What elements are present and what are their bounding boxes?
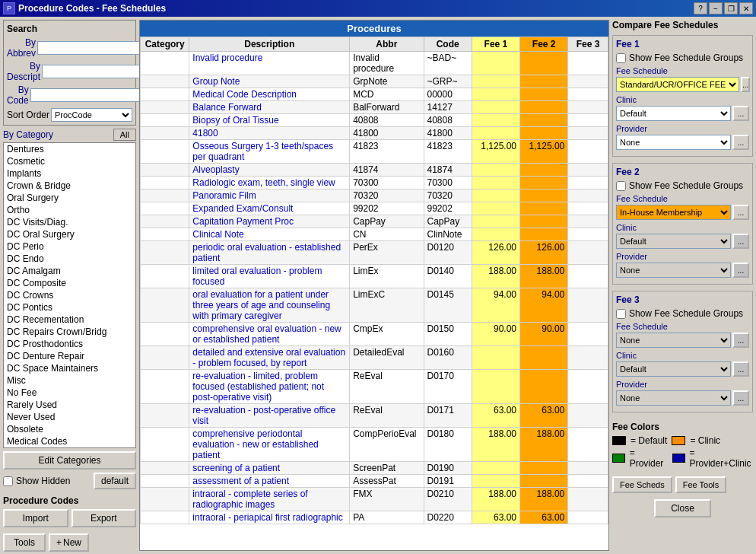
fee1-provider-browse[interactable]: ... — [732, 135, 749, 150]
category-item[interactable]: DC Pontics — [4, 301, 135, 314]
fee3-clinic-select[interactable]: Default — [616, 361, 731, 377]
tools-button[interactable]: Tools — [3, 533, 46, 552]
table-row[interactable]: intraoral - complete series of radiograp… — [141, 488, 608, 511]
code-input[interactable] — [30, 88, 149, 102]
category-item[interactable]: Obsolete — [4, 423, 135, 435]
category-item[interactable]: Misc — [4, 374, 135, 387]
fee2-show-groups-checkbox[interactable] — [616, 181, 626, 191]
category-item[interactable]: Dentures — [4, 143, 135, 155]
fee1-clinic-select[interactable]: Default — [616, 106, 731, 121]
table-row[interactable]: Alveoplasty4187441874 — [141, 164, 608, 177]
table-row[interactable]: Balance ForwardBalForward14127 — [141, 101, 608, 114]
abbrev-input[interactable] — [37, 41, 156, 55]
search-section: Search By Abbrev By Descript By Code Sor… — [3, 20, 136, 126]
category-item[interactable]: DC Recementation — [4, 314, 135, 326]
fee-tools-button[interactable]: Fee Tools — [675, 476, 727, 493]
fee3-show-groups-checkbox[interactable] — [616, 309, 626, 319]
fee1-schedule-browse[interactable]: ... — [741, 77, 750, 92]
default-button[interactable]: default — [94, 473, 136, 489]
code-row: By Code — [7, 84, 132, 106]
category-item[interactable]: Crown & Bridge — [4, 180, 135, 192]
import-button[interactable]: Import — [3, 509, 68, 527]
app-icon: P — [3, 2, 15, 14]
fee-colors-title: Fee Colors — [612, 422, 753, 432]
category-item[interactable]: DC Perio — [4, 240, 135, 253]
category-item[interactable]: DC Endo — [4, 253, 135, 265]
category-item[interactable]: DC Denture Repair — [4, 350, 135, 362]
fee3-clinic-browse[interactable]: ... — [732, 361, 749, 377]
minimize-button[interactable]: − — [709, 2, 723, 14]
tools-row: Tools + New — [3, 533, 136, 552]
category-item[interactable]: DC Repairs Crown/Bridg — [4, 326, 135, 338]
table-row[interactable]: Capitation Payment ProcCapPayCapPay — [141, 215, 608, 228]
table-row[interactable]: periodic oral evaluation - established p… — [141, 241, 608, 265]
fee-colors-section: Fee Colors = Default = Clinic = Provider… — [612, 422, 753, 470]
close-button[interactable]: Close — [654, 499, 711, 517]
table-row[interactable]: Medical Code DescriptionMCD00000 — [141, 88, 608, 101]
fee3-schedule-browse[interactable]: ... — [732, 333, 749, 348]
category-item[interactable]: DC Prosthodontics — [4, 338, 135, 350]
table-row[interactable]: re-evaluation - limited, problem focused… — [141, 370, 608, 404]
edit-categories-button[interactable]: Edit Categories — [3, 451, 136, 470]
main-container: Search By Abbrev By Descript By Code Sor… — [0, 17, 756, 554]
table-row[interactable]: comprehensive oral evaluation - new or e… — [141, 323, 608, 346]
table-row[interactable]: limited oral evaluation - problem focuse… — [141, 265, 608, 288]
table-row[interactable]: oral evaluation for a patient under thre… — [141, 288, 608, 323]
category-item[interactable]: DC Composite — [4, 277, 135, 289]
category-item[interactable]: Never Used — [4, 411, 135, 423]
fee2-clinic-select[interactable]: Default — [616, 234, 731, 249]
fee3-provider-browse[interactable]: ... — [732, 390, 749, 406]
fee2-provider-select[interactable]: None — [616, 263, 731, 278]
table-row[interactable]: Expanded Exam/Consult9920299202 — [141, 202, 608, 215]
category-item[interactable]: DC Space Maintainers — [4, 362, 135, 374]
fee2-schedule-select[interactable]: In-House Membership — [616, 205, 731, 220]
fee1-show-groups-checkbox[interactable] — [616, 53, 626, 63]
fee1-schedule-select[interactable]: Standard/UCR/OFFICE FEE — [616, 77, 739, 92]
sort-select[interactable]: ProcCode Abbrev Description — [51, 108, 132, 122]
category-item[interactable]: Cosmetic — [4, 155, 135, 167]
restore-button[interactable]: ❐ — [724, 2, 738, 14]
table-row[interactable]: re-evaluation - post-operative office vi… — [141, 404, 608, 428]
table-scroll[interactable]: Category Description Abbr Code Fee 1 Fee… — [140, 37, 608, 550]
help-button[interactable]: ? — [694, 2, 707, 14]
all-button[interactable]: All — [113, 129, 136, 141]
table-row[interactable]: Panoramic Film7032070320 — [141, 189, 608, 202]
show-hidden-row: Show Hidden default — [3, 473, 136, 489]
show-hidden-checkbox[interactable] — [3, 476, 13, 486]
category-item[interactable]: Implants — [4, 167, 135, 180]
table-row[interactable]: screening of a patientScreenPatD0190 — [141, 462, 608, 475]
new-button[interactable]: + New — [49, 533, 89, 552]
category-item[interactable]: DC Visits/Diag. — [4, 216, 135, 228]
table-row[interactable]: 418004180041800 — [141, 127, 608, 140]
category-item[interactable]: No Fee — [4, 387, 135, 399]
fee2-schedule-browse[interactable]: ... — [732, 205, 749, 220]
fee3-provider-select[interactable]: None — [616, 390, 731, 406]
table-row[interactable]: Radiologic exam, teeth, single view70300… — [141, 177, 608, 189]
table-row[interactable]: Group NoteGrpNote~GRP~ — [141, 75, 608, 88]
category-item[interactable]: DC Crowns — [4, 289, 135, 301]
table-row[interactable]: Biopsy of Oral Tissue4080840808 — [141, 114, 608, 127]
category-item[interactable]: Rarely Used — [4, 399, 135, 411]
export-button[interactable]: Export — [71, 509, 137, 527]
table-row[interactable]: Invalid procedureInvalid procedure~BAD~ — [141, 52, 608, 75]
fee-scheds-button[interactable]: Fee Scheds — [612, 476, 672, 493]
fee2-provider-browse[interactable]: ... — [732, 263, 749, 278]
table-row[interactable]: Clinical NoteCNClinNote — [141, 228, 608, 241]
category-item[interactable]: DC Oral Surgery — [4, 228, 135, 240]
fee1-clinic-browse[interactable]: ... — [732, 106, 749, 121]
table-row[interactable]: intraoral - periapical first radiographi… — [141, 511, 608, 524]
category-item[interactable]: Medical Codes — [4, 435, 135, 447]
category-item[interactable]: Oral Surgery — [4, 192, 135, 204]
col-description: Description — [189, 37, 350, 52]
fee2-clinic-browse[interactable]: ... — [732, 234, 749, 249]
category-item[interactable]: Ortho — [4, 204, 135, 216]
table-row[interactable]: Osseous Surgery 1-3 teeth/spaces per qua… — [141, 140, 608, 164]
fee1-provider-select[interactable]: None — [616, 135, 731, 150]
table-row[interactable]: assessment of a patientAssessPatD0191 — [141, 475, 608, 488]
table-row[interactable]: comprehensive periodontal evaluation - n… — [141, 428, 608, 462]
category-item[interactable]: DC Amalgam — [4, 265, 135, 277]
close-window-button[interactable]: ✕ — [739, 2, 753, 14]
category-list[interactable]: DenturesCosmeticImplantsCrown & BridgeOr… — [3, 142, 136, 448]
table-row[interactable]: detailed and extensive oral evaluation -… — [141, 346, 608, 370]
fee3-schedule-select[interactable]: None — [616, 333, 731, 348]
